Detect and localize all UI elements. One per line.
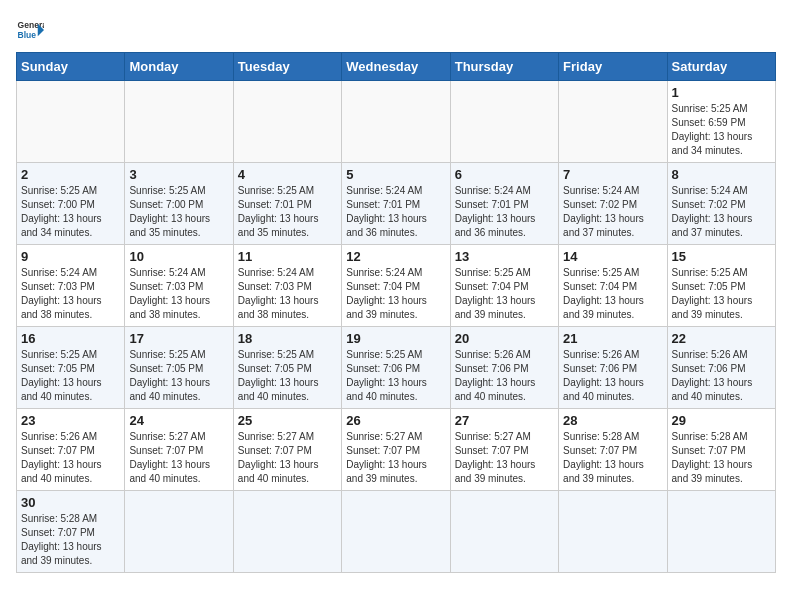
- calendar-cell: [125, 81, 233, 163]
- day-number: 18: [238, 331, 337, 346]
- day-number: 15: [672, 249, 771, 264]
- calendar-cell: 11Sunrise: 5:24 AM Sunset: 7:03 PM Dayli…: [233, 245, 341, 327]
- calendar-cell: 9Sunrise: 5:24 AM Sunset: 7:03 PM Daylig…: [17, 245, 125, 327]
- day-number: 28: [563, 413, 662, 428]
- day-info: Sunrise: 5:28 AM Sunset: 7:07 PM Dayligh…: [21, 512, 120, 568]
- day-number: 21: [563, 331, 662, 346]
- day-number: 17: [129, 331, 228, 346]
- calendar-cell: 6Sunrise: 5:24 AM Sunset: 7:01 PM Daylig…: [450, 163, 558, 245]
- calendar-cell: 8Sunrise: 5:24 AM Sunset: 7:02 PM Daylig…: [667, 163, 775, 245]
- weekday-header-thursday: Thursday: [450, 53, 558, 81]
- calendar-cell: 13Sunrise: 5:25 AM Sunset: 7:04 PM Dayli…: [450, 245, 558, 327]
- day-info: Sunrise: 5:24 AM Sunset: 7:03 PM Dayligh…: [21, 266, 120, 322]
- day-number: 4: [238, 167, 337, 182]
- weekday-header-monday: Monday: [125, 53, 233, 81]
- day-info: Sunrise: 5:25 AM Sunset: 7:05 PM Dayligh…: [129, 348, 228, 404]
- calendar-cell: 1Sunrise: 5:25 AM Sunset: 6:59 PM Daylig…: [667, 81, 775, 163]
- day-info: Sunrise: 5:27 AM Sunset: 7:07 PM Dayligh…: [129, 430, 228, 486]
- day-number: 22: [672, 331, 771, 346]
- calendar-cell: 2Sunrise: 5:25 AM Sunset: 7:00 PM Daylig…: [17, 163, 125, 245]
- day-number: 27: [455, 413, 554, 428]
- calendar-cell: 27Sunrise: 5:27 AM Sunset: 7:07 PM Dayli…: [450, 409, 558, 491]
- calendar-cell: 21Sunrise: 5:26 AM Sunset: 7:06 PM Dayli…: [559, 327, 667, 409]
- day-info: Sunrise: 5:24 AM Sunset: 7:01 PM Dayligh…: [346, 184, 445, 240]
- calendar-cell: 22Sunrise: 5:26 AM Sunset: 7:06 PM Dayli…: [667, 327, 775, 409]
- calendar-cell: 15Sunrise: 5:25 AM Sunset: 7:05 PM Dayli…: [667, 245, 775, 327]
- calendar-cell: 17Sunrise: 5:25 AM Sunset: 7:05 PM Dayli…: [125, 327, 233, 409]
- day-info: Sunrise: 5:28 AM Sunset: 7:07 PM Dayligh…: [563, 430, 662, 486]
- day-number: 5: [346, 167, 445, 182]
- calendar-table: SundayMondayTuesdayWednesdayThursdayFrid…: [16, 52, 776, 573]
- day-info: Sunrise: 5:24 AM Sunset: 7:03 PM Dayligh…: [238, 266, 337, 322]
- logo-icon: General Blue: [16, 16, 44, 44]
- day-info: Sunrise: 5:27 AM Sunset: 7:07 PM Dayligh…: [346, 430, 445, 486]
- day-info: Sunrise: 5:25 AM Sunset: 7:06 PM Dayligh…: [346, 348, 445, 404]
- logo: General Blue: [16, 16, 48, 44]
- day-number: 26: [346, 413, 445, 428]
- calendar-cell: [450, 491, 558, 573]
- day-info: Sunrise: 5:26 AM Sunset: 7:06 PM Dayligh…: [672, 348, 771, 404]
- calendar-cell: 14Sunrise: 5:25 AM Sunset: 7:04 PM Dayli…: [559, 245, 667, 327]
- weekday-header-row: SundayMondayTuesdayWednesdayThursdayFrid…: [17, 53, 776, 81]
- day-number: 24: [129, 413, 228, 428]
- calendar-cell: 25Sunrise: 5:27 AM Sunset: 7:07 PM Dayli…: [233, 409, 341, 491]
- day-info: Sunrise: 5:25 AM Sunset: 7:05 PM Dayligh…: [672, 266, 771, 322]
- day-number: 30: [21, 495, 120, 510]
- calendar-cell: [233, 81, 341, 163]
- day-info: Sunrise: 5:24 AM Sunset: 7:04 PM Dayligh…: [346, 266, 445, 322]
- calendar-cell: 4Sunrise: 5:25 AM Sunset: 7:01 PM Daylig…: [233, 163, 341, 245]
- day-info: Sunrise: 5:25 AM Sunset: 6:59 PM Dayligh…: [672, 102, 771, 158]
- day-info: Sunrise: 5:25 AM Sunset: 7:04 PM Dayligh…: [563, 266, 662, 322]
- day-number: 3: [129, 167, 228, 182]
- day-info: Sunrise: 5:25 AM Sunset: 7:05 PM Dayligh…: [21, 348, 120, 404]
- weekday-header-sunday: Sunday: [17, 53, 125, 81]
- calendar-week-1: 1Sunrise: 5:25 AM Sunset: 6:59 PM Daylig…: [17, 81, 776, 163]
- calendar-week-3: 9Sunrise: 5:24 AM Sunset: 7:03 PM Daylig…: [17, 245, 776, 327]
- calendar-week-2: 2Sunrise: 5:25 AM Sunset: 7:00 PM Daylig…: [17, 163, 776, 245]
- day-number: 6: [455, 167, 554, 182]
- calendar-cell: 7Sunrise: 5:24 AM Sunset: 7:02 PM Daylig…: [559, 163, 667, 245]
- day-number: 7: [563, 167, 662, 182]
- day-number: 9: [21, 249, 120, 264]
- day-number: 19: [346, 331, 445, 346]
- day-info: Sunrise: 5:27 AM Sunset: 7:07 PM Dayligh…: [238, 430, 337, 486]
- calendar-cell: 24Sunrise: 5:27 AM Sunset: 7:07 PM Dayli…: [125, 409, 233, 491]
- day-info: Sunrise: 5:27 AM Sunset: 7:07 PM Dayligh…: [455, 430, 554, 486]
- day-number: 23: [21, 413, 120, 428]
- day-info: Sunrise: 5:24 AM Sunset: 7:01 PM Dayligh…: [455, 184, 554, 240]
- day-info: Sunrise: 5:26 AM Sunset: 7:06 PM Dayligh…: [455, 348, 554, 404]
- day-number: 29: [672, 413, 771, 428]
- day-info: Sunrise: 5:25 AM Sunset: 7:01 PM Dayligh…: [238, 184, 337, 240]
- calendar-cell: 28Sunrise: 5:28 AM Sunset: 7:07 PM Dayli…: [559, 409, 667, 491]
- calendar-cell: [342, 81, 450, 163]
- calendar-cell: 29Sunrise: 5:28 AM Sunset: 7:07 PM Dayli…: [667, 409, 775, 491]
- day-number: 11: [238, 249, 337, 264]
- day-number: 10: [129, 249, 228, 264]
- calendar-cell: 18Sunrise: 5:25 AM Sunset: 7:05 PM Dayli…: [233, 327, 341, 409]
- day-info: Sunrise: 5:24 AM Sunset: 7:02 PM Dayligh…: [563, 184, 662, 240]
- day-number: 25: [238, 413, 337, 428]
- calendar-cell: 5Sunrise: 5:24 AM Sunset: 7:01 PM Daylig…: [342, 163, 450, 245]
- weekday-header-wednesday: Wednesday: [342, 53, 450, 81]
- calendar-cell: [559, 491, 667, 573]
- weekday-header-saturday: Saturday: [667, 53, 775, 81]
- calendar-week-5: 23Sunrise: 5:26 AM Sunset: 7:07 PM Dayli…: [17, 409, 776, 491]
- calendar-cell: 10Sunrise: 5:24 AM Sunset: 7:03 PM Dayli…: [125, 245, 233, 327]
- calendar-cell: [233, 491, 341, 573]
- day-info: Sunrise: 5:28 AM Sunset: 7:07 PM Dayligh…: [672, 430, 771, 486]
- day-number: 16: [21, 331, 120, 346]
- calendar-cell: 12Sunrise: 5:24 AM Sunset: 7:04 PM Dayli…: [342, 245, 450, 327]
- calendar-cell: [125, 491, 233, 573]
- day-number: 13: [455, 249, 554, 264]
- svg-text:Blue: Blue: [18, 30, 37, 40]
- day-number: 12: [346, 249, 445, 264]
- weekday-header-friday: Friday: [559, 53, 667, 81]
- day-info: Sunrise: 5:24 AM Sunset: 7:02 PM Dayligh…: [672, 184, 771, 240]
- calendar-week-4: 16Sunrise: 5:25 AM Sunset: 7:05 PM Dayli…: [17, 327, 776, 409]
- calendar-cell: 30Sunrise: 5:28 AM Sunset: 7:07 PM Dayli…: [17, 491, 125, 573]
- calendar-cell: 16Sunrise: 5:25 AM Sunset: 7:05 PM Dayli…: [17, 327, 125, 409]
- calendar-cell: [559, 81, 667, 163]
- calendar-cell: [667, 491, 775, 573]
- day-info: Sunrise: 5:26 AM Sunset: 7:07 PM Dayligh…: [21, 430, 120, 486]
- calendar-cell: 3Sunrise: 5:25 AM Sunset: 7:00 PM Daylig…: [125, 163, 233, 245]
